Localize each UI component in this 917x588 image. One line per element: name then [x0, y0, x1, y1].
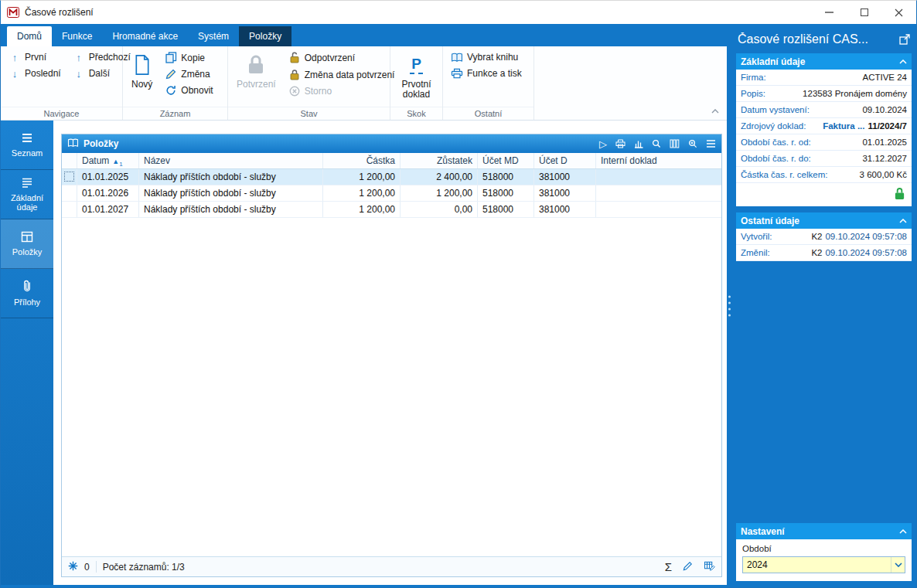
header-ucet-d[interactable]: Účet D [534, 153, 596, 168]
field-castka-celkem: Částka čas. r. celkem: 3 600,00 Kč [736, 167, 912, 183]
arrow-up-icon: ↑ [9, 53, 21, 63]
lock-icon [288, 69, 301, 80]
select-book-button[interactable]: Vybrat knihu [448, 50, 525, 64]
sidebar-item-seznam[interactable]: Seznam [1, 121, 53, 170]
source-document-link[interactable]: Faktura ... [823, 121, 864, 131]
chevron-up-icon [899, 529, 907, 534]
primary-document-icon: P [410, 56, 423, 74]
edit-icon[interactable] [683, 561, 693, 573]
field-vytvoril: Vytvořil: K209.10.2024 09:57:08 [736, 229, 912, 245]
period-combobox [742, 556, 905, 573]
sidebar: Seznam Základní údaje Položky Přílohy [1, 121, 53, 585]
header-interni-doklad[interactable]: Interní doklad [596, 153, 721, 168]
tab-polozky[interactable]: Položky [239, 26, 291, 46]
chevron-up-icon [899, 59, 907, 64]
change-confirm-date-button[interactable]: Změna data potvrzení [285, 67, 398, 82]
minimize-button[interactable] [812, 1, 847, 24]
header-ucet-md[interactable]: Účet MD [478, 153, 534, 168]
collapse-ribbon-icon[interactable] [711, 103, 719, 117]
document-icon [134, 52, 151, 78]
primary-document-button[interactable]: P Prvotní doklad [395, 50, 438, 101]
period-input[interactable] [743, 559, 891, 570]
sidebar-item-polozky[interactable]: Položky [1, 219, 53, 269]
header-zustatek[interactable]: Zůstatek [401, 153, 478, 168]
storno-label: Storno [305, 86, 332, 97]
grid-edit-icon[interactable] [704, 561, 715, 573]
ribbon-group-skok: P Prvotní doklad Skok [390, 46, 443, 120]
table-icon [21, 231, 33, 244]
unconfirm-button[interactable]: Odpotvrzení [285, 50, 398, 65]
chart-icon[interactable] [634, 139, 643, 148]
first-label: První [25, 52, 46, 63]
items-panel-header: Položky ▷ [62, 134, 721, 153]
content-area: Položky ▷ [53, 121, 727, 585]
close-button[interactable] [881, 1, 916, 24]
sort-asc-icon: ▲1 [112, 158, 122, 165]
tab-domu[interactable]: Domů [7, 26, 52, 46]
first-button[interactable]: ↑ První [5, 50, 64, 64]
group-label-skok: Skok [390, 107, 442, 120]
arrow-up-icon: ↑ [73, 53, 85, 63]
new-button[interactable]: Nový [128, 50, 156, 91]
functions-print-button[interactable]: Funkce a tisk [448, 66, 525, 80]
refresh-label: Obnovit [181, 85, 213, 96]
open-in-window-icon[interactable] [899, 34, 910, 45]
search-icon[interactable] [652, 139, 661, 148]
sum-icon[interactable]: Σ [665, 561, 672, 573]
group-label-stav: Stav [228, 107, 390, 120]
status-bar: 0 Počet záznamů: 1/3 Σ [62, 556, 721, 576]
table-row[interactable]: 01.01.2026 Náklady příštích období - slu… [62, 185, 721, 202]
refresh-button[interactable]: Obnovit [162, 83, 216, 97]
copy-button[interactable]: Kopie [162, 50, 216, 65]
panel-splitter[interactable] [728, 295, 731, 316]
tab-funkce[interactable]: Funkce [52, 26, 102, 46]
list-icon [21, 132, 33, 145]
select-book-label: Vybrat knihu [467, 52, 518, 63]
book-icon [67, 137, 79, 151]
table-row[interactable]: 01.01.2025 Náklady příštích období - slu… [62, 169, 721, 185]
locked-status-icon [894, 187, 905, 203]
chevron-down-icon [895, 563, 902, 567]
tab-hromadne-akce[interactable]: Hromadné akce [102, 26, 188, 46]
storno-button[interactable]: Storno [285, 84, 398, 98]
window-title: Časové rozlišení [25, 7, 94, 18]
primary-document-label: Prvotní doklad [399, 80, 434, 100]
last-button[interactable]: ↓ Poslední [5, 66, 64, 80]
sidebar-item-prilohy[interactable]: Přílohy [1, 269, 53, 318]
print-icon[interactable] [615, 139, 626, 148]
record-count: Počet záznamů: 1/3 [103, 562, 185, 573]
section-header-nastaveni[interactable]: Nastavení [736, 523, 912, 539]
run-icon[interactable]: ▷ [599, 139, 607, 149]
header-nazev[interactable]: Název [139, 153, 323, 168]
maximize-button[interactable] [847, 1, 881, 24]
confirm-button[interactable]: Potvrzení [233, 50, 280, 91]
arrow-down-icon: ↓ [73, 69, 85, 79]
flag-icon[interactable] [68, 561, 78, 573]
header-castka[interactable]: Částka [323, 153, 401, 168]
tab-system[interactable]: Systém [188, 26, 239, 46]
table-empty-area [62, 218, 721, 556]
group-label-navigace: Navigace [1, 107, 122, 120]
sidebar-item-zakladni-udaje[interactable]: Základní údaje [1, 170, 53, 219]
section-header-ostatni[interactable]: Ostatní údaje [736, 212, 912, 229]
details-icon [21, 177, 33, 190]
divider [96, 561, 97, 573]
pencil-icon [165, 69, 177, 80]
app-window: Časové rozlišení Domů Funkce Hromadné ak… [0, 0, 917, 588]
ribbon-group-zaznam: Nový Kopie Změna [123, 46, 228, 120]
maximize-icon [861, 8, 868, 16]
table-row[interactable]: 01.01.2027 Náklady příštích období - slu… [62, 202, 721, 218]
field-popis: Popis: 123583 Pronájem domény [736, 86, 912, 102]
field-firma: Firma: ACTIVE 24 [736, 70, 912, 86]
change-button[interactable]: Změna [162, 67, 216, 81]
lock-icon [246, 52, 266, 78]
group-label-ostatni: Ostatní [443, 107, 533, 120]
field-obdobi-od: Období čas. r. od: 01.01.2025 [736, 134, 912, 151]
columns-icon[interactable] [670, 139, 680, 148]
header-datum[interactable]: Datum▲1 [77, 153, 139, 168]
zoom-settings-icon[interactable] [688, 139, 697, 148]
menu-icon[interactable] [706, 140, 716, 148]
printer-icon [451, 68, 463, 79]
section-header-zakladni[interactable]: Základní údaje [736, 53, 912, 70]
dropdown-button[interactable] [891, 557, 905, 573]
